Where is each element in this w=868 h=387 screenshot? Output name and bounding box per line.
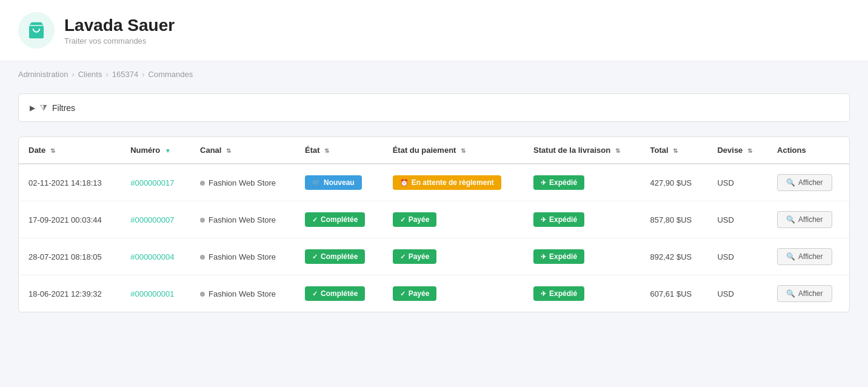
- col-total[interactable]: Total ⇅: [641, 137, 708, 164]
- order-link[interactable]: #000000004: [130, 252, 174, 261]
- col-actions: Actions: [767, 137, 849, 164]
- cell-actions: 🔍 Afficher: [767, 164, 849, 201]
- paiement-badge: ✓ Payée: [393, 286, 437, 301]
- breadcrumb-commandes: Commandes: [149, 70, 193, 79]
- cell-livraison: ✈ Expédié: [524, 164, 640, 201]
- livraison-badge-label: Expédié: [549, 178, 577, 187]
- cell-total: 427,90 $US: [641, 164, 708, 201]
- paiement-badge-label: En attente de règlement: [412, 178, 494, 187]
- col-canal[interactable]: Canal ⇅: [190, 137, 295, 164]
- cell-canal: Fashion Web Store: [190, 238, 295, 275]
- cell-devise: USD: [707, 275, 767, 312]
- sort-paiement-icon: ⇅: [461, 147, 466, 154]
- cell-etat: 🛒 Nouveau: [295, 164, 383, 201]
- col-etat[interactable]: État ⇅: [295, 137, 383, 164]
- orders-table-wrapper: Date ⇅ Numéro ▼ Canal ⇅ État ⇅: [18, 136, 850, 312]
- breadcrumb-clients[interactable]: Clients: [78, 70, 102, 79]
- livraison-badge-icon: ✈: [541, 179, 546, 187]
- expand-icon: ▶: [30, 104, 35, 112]
- paiement-badge-icon: ✓: [400, 290, 406, 298]
- header-subtitle: Traiter vos commandes: [64, 36, 175, 45]
- cell-actions: 🔍 Afficher: [767, 238, 849, 275]
- filter-bar[interactable]: ▶ ⧩ Filtres: [18, 93, 850, 122]
- paiement-badge-icon: ✓: [400, 253, 406, 261]
- afficher-label: Afficher: [798, 178, 823, 187]
- paiement-badge-icon: ✓: [400, 216, 406, 224]
- cell-date: 28-07-2021 08:18:05: [19, 238, 121, 275]
- etat-badge: 🛒 Nouveau: [305, 175, 362, 190]
- order-link[interactable]: #000000017: [130, 178, 174, 187]
- table-row: 02-11-2021 14:18:13 #000000017 Fashion W…: [19, 164, 849, 201]
- cell-total: 857,80 $US: [641, 201, 708, 238]
- cell-etat: ✓ Complétée: [295, 238, 383, 275]
- cell-numero: #000000007: [121, 201, 190, 238]
- search-icon: 🔍: [786, 289, 795, 298]
- sort-total-icon: ⇅: [673, 147, 678, 154]
- search-icon: 🔍: [786, 178, 795, 187]
- sort-etat-icon: ⇅: [324, 147, 329, 154]
- table-row: 17-09-2021 00:03:44 #000000007 Fashion W…: [19, 201, 849, 238]
- col-paiement[interactable]: État du paiement ⇅: [383, 137, 524, 164]
- cell-numero: #000000004: [121, 238, 190, 275]
- afficher-button[interactable]: 🔍 Afficher: [777, 211, 832, 228]
- cell-total: 892,42 $US: [641, 238, 708, 275]
- sort-date-icon: ⇅: [50, 147, 55, 154]
- table-row: 18-06-2021 12:39:32 #000000001 Fashion W…: [19, 275, 849, 312]
- cell-devise: USD: [707, 201, 767, 238]
- header-text: Lavada Sauer Traiter vos commandes: [64, 16, 175, 45]
- sort-numero-icon: ▼: [165, 147, 171, 154]
- orders-table: Date ⇅ Numéro ▼ Canal ⇅ État ⇅: [19, 137, 849, 312]
- livraison-badge-icon: ✈: [541, 290, 546, 298]
- search-icon: 🔍: [786, 215, 795, 224]
- cell-canal: Fashion Web Store: [190, 275, 295, 312]
- table-header-row: Date ⇅ Numéro ▼ Canal ⇅ État ⇅: [19, 137, 849, 164]
- afficher-button[interactable]: 🔍 Afficher: [777, 248, 832, 265]
- header-title: Lavada Sauer: [64, 16, 175, 35]
- cell-livraison: ✈ Expédié: [524, 275, 640, 312]
- cell-total: 607,61 $US: [641, 275, 708, 312]
- afficher-button[interactable]: 🔍 Afficher: [777, 285, 832, 302]
- paiement-badge-label: Payée: [409, 252, 430, 261]
- etat-badge-label: Complétée: [321, 289, 358, 298]
- livraison-badge: ✈ Expédié: [533, 175, 584, 190]
- header-icon: [18, 12, 55, 49]
- livraison-badge-label: Expédié: [549, 289, 577, 298]
- order-link[interactable]: #000000007: [130, 215, 174, 224]
- breadcrumb-sep-1: ›: [72, 70, 74, 79]
- breadcrumb-administration[interactable]: Administration: [18, 70, 68, 79]
- livraison-badge: ✈ Expédié: [533, 286, 584, 301]
- paiement-badge-label: Payée: [409, 215, 430, 224]
- etat-badge-icon: ✓: [312, 253, 318, 261]
- livraison-badge: ✈ Expédié: [533, 212, 584, 227]
- cell-livraison: ✈ Expédié: [524, 238, 640, 275]
- col-date[interactable]: Date ⇅: [19, 137, 121, 164]
- paiement-badge-label: Payée: [409, 289, 430, 298]
- search-icon: 🔍: [786, 252, 795, 261]
- livraison-badge: ✈ Expédié: [533, 249, 584, 264]
- filter-icon: ⧩: [40, 103, 47, 113]
- afficher-button[interactable]: 🔍 Afficher: [777, 174, 832, 191]
- paiement-badge-icon: ⏰: [400, 179, 409, 187]
- livraison-badge-label: Expédié: [549, 252, 577, 261]
- sort-devise-icon: ⇅: [747, 147, 752, 154]
- etat-badge: ✓ Complétée: [305, 249, 365, 264]
- etat-badge-icon: 🛒: [312, 179, 321, 187]
- col-livraison[interactable]: Statut de la livraison ⇅: [524, 137, 640, 164]
- cell-actions: 🔍 Afficher: [767, 275, 849, 312]
- sort-canal-icon: ⇅: [226, 147, 231, 154]
- col-devise[interactable]: Devise ⇅: [707, 137, 767, 164]
- breadcrumb: Administration › Clients › 165374 › Comm…: [0, 61, 868, 87]
- filter-label: Filtres: [52, 103, 75, 113]
- cell-numero: #000000017: [121, 164, 190, 201]
- livraison-badge-icon: ✈: [541, 253, 546, 261]
- breadcrumb-id[interactable]: 165374: [112, 70, 138, 79]
- channel-dot: [200, 218, 205, 223]
- paiement-badge: ✓ Payée: [393, 249, 437, 264]
- order-link[interactable]: #000000001: [130, 289, 174, 298]
- col-numero[interactable]: Numéro ▼: [121, 137, 190, 164]
- cell-paiement: ✓ Payée: [383, 275, 524, 312]
- cell-etat: ✓ Complétée: [295, 275, 383, 312]
- afficher-label: Afficher: [798, 289, 823, 298]
- paiement-badge: ⏰ En attente de règlement: [393, 175, 501, 190]
- paiement-badge: ✓ Payée: [393, 212, 437, 227]
